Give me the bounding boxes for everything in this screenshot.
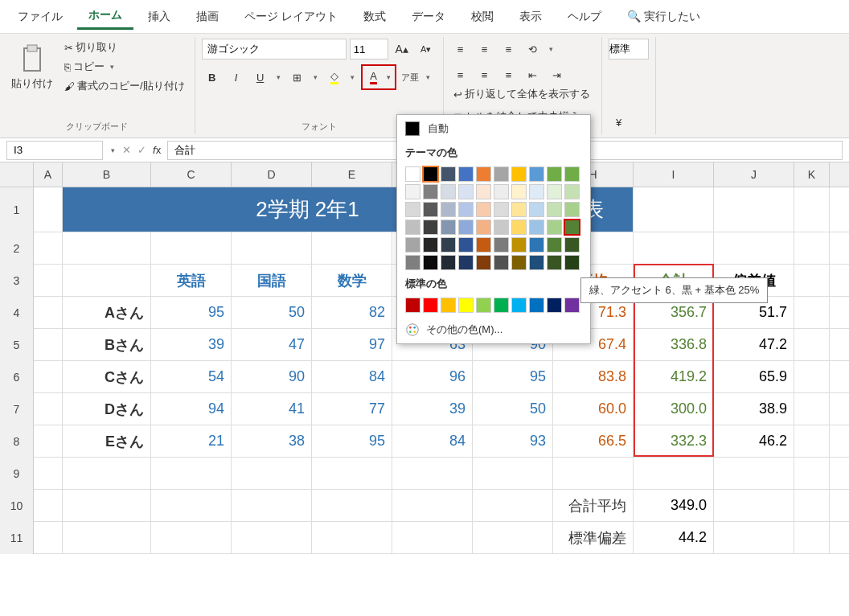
col-header[interactable]: E bbox=[312, 162, 392, 187]
color-swatch[interactable] bbox=[476, 255, 491, 270]
grow-font-button[interactable]: A▴ bbox=[392, 39, 412, 60]
cell[interactable]: 77 bbox=[312, 393, 392, 425]
cancel-icon[interactable]: ✕ bbox=[122, 144, 131, 156]
cell[interactable]: 数学 bbox=[312, 265, 392, 296]
align-center-button[interactable]: ≡ bbox=[474, 64, 495, 85]
cell[interactable]: 66.5 bbox=[553, 425, 634, 457]
row-header[interactable]: 7 bbox=[0, 393, 34, 425]
cell[interactable] bbox=[232, 458, 312, 489]
cell[interactable] bbox=[392, 458, 473, 489]
color-swatch[interactable] bbox=[547, 184, 562, 199]
color-swatch[interactable] bbox=[494, 237, 509, 253]
cell[interactable]: 46.2 bbox=[714, 425, 794, 457]
wrap-text-button[interactable]: ↩折り返して全体を表示する bbox=[450, 85, 595, 103]
cell[interactable] bbox=[794, 232, 830, 264]
cell[interactable]: 300.0 bbox=[634, 393, 714, 425]
cell[interactable] bbox=[232, 522, 312, 553]
cell[interactable] bbox=[473, 522, 553, 553]
color-swatch[interactable] bbox=[423, 166, 438, 182]
color-swatch[interactable] bbox=[564, 298, 580, 313]
chevron-down-icon[interactable]: ▾ bbox=[384, 67, 394, 88]
cell[interactable]: 96 bbox=[392, 361, 473, 392]
color-swatch[interactable] bbox=[511, 220, 527, 235]
color-swatch[interactable] bbox=[511, 237, 527, 253]
cell[interactable]: 95 bbox=[473, 361, 553, 392]
tab-review[interactable]: 校閲 bbox=[460, 5, 505, 29]
color-swatch[interactable] bbox=[405, 202, 420, 217]
cell[interactable] bbox=[34, 187, 63, 232]
tab-data[interactable]: データ bbox=[400, 5, 457, 29]
cell[interactable] bbox=[794, 265, 830, 296]
currency-button[interactable]: ¥ bbox=[609, 112, 630, 133]
color-swatch[interactable] bbox=[476, 166, 491, 182]
color-swatch[interactable] bbox=[494, 220, 509, 235]
color-swatch[interactable] bbox=[458, 202, 474, 217]
chevron-down-icon[interactable]: ▾ bbox=[348, 73, 358, 81]
color-swatch[interactable] bbox=[529, 166, 544, 182]
row-header[interactable]: 6 bbox=[0, 361, 34, 393]
cell[interactable] bbox=[34, 490, 63, 521]
cell[interactable]: 38.9 bbox=[714, 393, 794, 425]
cell[interactable] bbox=[312, 458, 392, 489]
cell[interactable] bbox=[34, 522, 63, 553]
cell[interactable]: 94 bbox=[151, 393, 232, 425]
tab-formulas[interactable]: 数式 bbox=[352, 5, 397, 29]
color-swatch[interactable] bbox=[458, 166, 474, 182]
cell[interactable]: 82 bbox=[312, 297, 392, 328]
cell[interactable] bbox=[794, 522, 830, 553]
cell[interactable] bbox=[63, 458, 151, 489]
color-swatch[interactable] bbox=[564, 237, 580, 253]
row-header[interactable]: 8 bbox=[0, 425, 34, 458]
cell[interactable] bbox=[794, 187, 830, 232]
cell[interactable]: 47.2 bbox=[714, 329, 794, 360]
row-header[interactable]: 11 bbox=[0, 522, 34, 554]
copy-button[interactable]: ⎘コピー▾ bbox=[61, 58, 188, 76]
select-all-corner[interactable] bbox=[0, 162, 34, 187]
cell[interactable] bbox=[473, 490, 553, 521]
name-box[interactable] bbox=[6, 141, 103, 160]
color-swatch[interactable] bbox=[405, 298, 420, 313]
tab-view[interactable]: 表示 bbox=[508, 5, 553, 29]
cell[interactable]: 90 bbox=[232, 361, 312, 392]
cell[interactable]: Eさん bbox=[63, 425, 151, 457]
cell[interactable] bbox=[151, 522, 232, 553]
cell[interactable] bbox=[312, 490, 392, 521]
color-swatch[interactable] bbox=[476, 184, 491, 199]
cell[interactable] bbox=[34, 393, 63, 425]
cell[interactable] bbox=[553, 458, 634, 489]
cell[interactable] bbox=[634, 187, 714, 232]
color-swatch[interactable] bbox=[476, 298, 491, 313]
cut-button[interactable]: ✂切り取り bbox=[61, 39, 188, 56]
chevron-down-icon[interactable]: ▾ bbox=[311, 73, 321, 81]
cell[interactable] bbox=[392, 522, 473, 553]
font-color-button[interactable]: A ▾ bbox=[361, 64, 396, 90]
cell[interactable] bbox=[151, 490, 232, 521]
cell[interactable]: Bさん bbox=[63, 329, 151, 360]
col-header[interactable]: J bbox=[714, 162, 794, 187]
tab-draw[interactable]: 描画 bbox=[185, 5, 230, 29]
color-swatch[interactable] bbox=[564, 166, 580, 182]
auto-color-button[interactable]: 自動 bbox=[397, 115, 590, 142]
color-swatch[interactable] bbox=[405, 184, 420, 199]
color-swatch[interactable] bbox=[405, 255, 420, 270]
chevron-down-icon[interactable]: ▾ bbox=[107, 63, 117, 71]
bold-button[interactable]: B bbox=[202, 67, 223, 88]
color-swatch[interactable] bbox=[529, 220, 544, 235]
cell[interactable] bbox=[473, 458, 553, 489]
color-swatch[interactable] bbox=[476, 220, 491, 235]
cell[interactable]: 332.3 bbox=[634, 425, 714, 457]
color-swatch[interactable] bbox=[458, 184, 474, 199]
format-painter-button[interactable]: 🖌書式のコピー/貼り付け bbox=[61, 77, 188, 95]
color-swatch[interactable] bbox=[405, 166, 420, 182]
cell[interactable] bbox=[232, 490, 312, 521]
cell[interactable]: 英語 bbox=[151, 265, 232, 296]
cell[interactable]: 93 bbox=[473, 425, 553, 457]
cell[interactable]: 21 bbox=[151, 425, 232, 457]
color-swatch[interactable] bbox=[494, 166, 509, 182]
cell[interactable] bbox=[34, 329, 63, 360]
cell[interactable]: 39 bbox=[392, 393, 473, 425]
more-colors-button[interactable]: その他の色(M)... bbox=[397, 316, 590, 343]
cell[interactable] bbox=[34, 232, 63, 264]
col-header[interactable]: B bbox=[63, 162, 151, 187]
color-swatch[interactable] bbox=[423, 298, 438, 313]
